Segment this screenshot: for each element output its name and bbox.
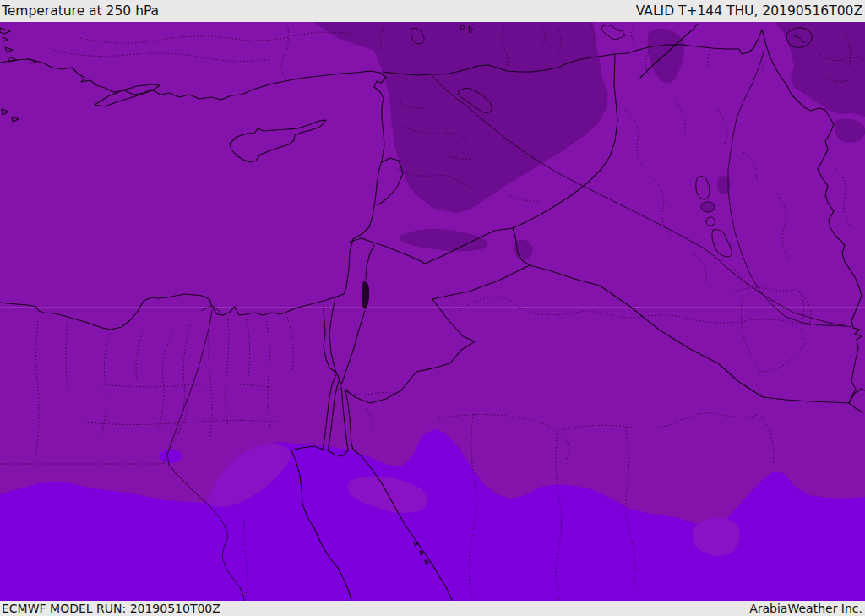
provider-label: ArabiaWeather Inc. bbox=[749, 602, 862, 615]
map-canvas bbox=[0, 22, 865, 601]
temperature-bands bbox=[0, 22, 865, 601]
map-title: Temperature at 250 hPa bbox=[2, 3, 159, 19]
footer-bar: ECMWF MODEL RUN: 20190510T00Z ArabiaWeat… bbox=[0, 601, 865, 616]
weather-map-screen: Temperature at 250 hPa VALID T+144 THU, … bbox=[0, 0, 865, 616]
header-bar: Temperature at 250 hPa VALID T+144 THU, … bbox=[0, 0, 865, 22]
model-run-label: ECMWF MODEL RUN: 20190510T00Z bbox=[2, 602, 220, 615]
temperature-map-svg bbox=[0, 22, 865, 601]
valid-time-label: VALID T+144 THU, 20190516T00Z bbox=[636, 3, 862, 19]
